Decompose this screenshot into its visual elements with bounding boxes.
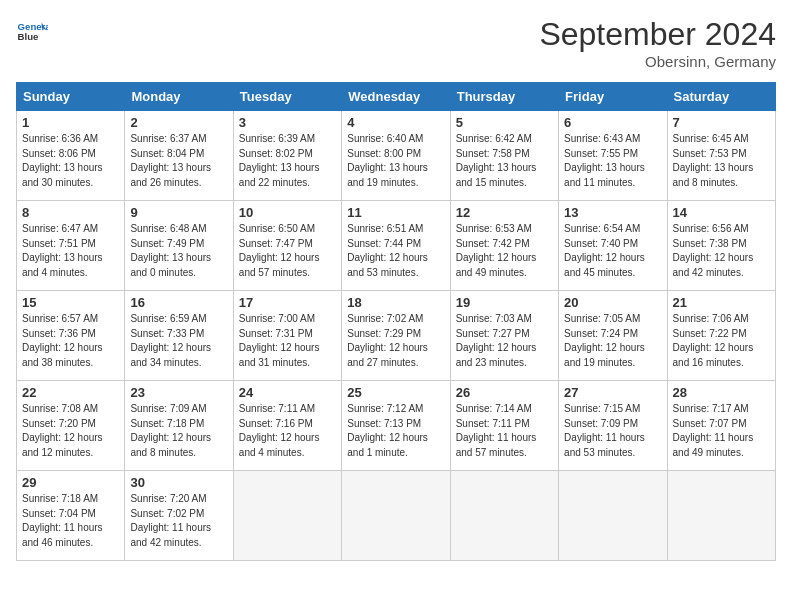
day-info: Sunrise: 6:37 AM Sunset: 8:04 PM Dayligh… xyxy=(130,132,227,190)
day-number: 21 xyxy=(673,295,770,310)
day-info: Sunrise: 6:56 AM Sunset: 7:38 PM Dayligh… xyxy=(673,222,770,280)
day-info: Sunrise: 6:54 AM Sunset: 7:40 PM Dayligh… xyxy=(564,222,661,280)
weekday-header-friday: Friday xyxy=(559,83,667,111)
calendar-day: 28Sunrise: 7:17 AM Sunset: 7:07 PM Dayli… xyxy=(667,381,775,471)
day-number: 30 xyxy=(130,475,227,490)
day-info: Sunrise: 6:57 AM Sunset: 7:36 PM Dayligh… xyxy=(22,312,119,370)
day-number: 4 xyxy=(347,115,444,130)
day-number: 2 xyxy=(130,115,227,130)
calendar-day: 10Sunrise: 6:50 AM Sunset: 7:47 PM Dayli… xyxy=(233,201,341,291)
day-number: 11 xyxy=(347,205,444,220)
day-number: 15 xyxy=(22,295,119,310)
calendar-day: 14Sunrise: 6:56 AM Sunset: 7:38 PM Dayli… xyxy=(667,201,775,291)
day-info: Sunrise: 7:02 AM Sunset: 7:29 PM Dayligh… xyxy=(347,312,444,370)
calendar-day: 12Sunrise: 6:53 AM Sunset: 7:42 PM Dayli… xyxy=(450,201,558,291)
day-info: Sunrise: 7:17 AM Sunset: 7:07 PM Dayligh… xyxy=(673,402,770,460)
day-info: Sunrise: 7:05 AM Sunset: 7:24 PM Dayligh… xyxy=(564,312,661,370)
day-number: 25 xyxy=(347,385,444,400)
day-number: 5 xyxy=(456,115,553,130)
day-info: Sunrise: 7:14 AM Sunset: 7:11 PM Dayligh… xyxy=(456,402,553,460)
day-number: 7 xyxy=(673,115,770,130)
day-number: 9 xyxy=(130,205,227,220)
calendar-day: 19Sunrise: 7:03 AM Sunset: 7:27 PM Dayli… xyxy=(450,291,558,381)
calendar-day: 3Sunrise: 6:39 AM Sunset: 8:02 PM Daylig… xyxy=(233,111,341,201)
day-info: Sunrise: 7:00 AM Sunset: 7:31 PM Dayligh… xyxy=(239,312,336,370)
day-number: 12 xyxy=(456,205,553,220)
day-info: Sunrise: 6:43 AM Sunset: 7:55 PM Dayligh… xyxy=(564,132,661,190)
day-info: Sunrise: 6:50 AM Sunset: 7:47 PM Dayligh… xyxy=(239,222,336,280)
calendar-day: 11Sunrise: 6:51 AM Sunset: 7:44 PM Dayli… xyxy=(342,201,450,291)
weekday-header-thursday: Thursday xyxy=(450,83,558,111)
day-number: 22 xyxy=(22,385,119,400)
calendar-day-empty xyxy=(342,471,450,561)
day-info: Sunrise: 6:59 AM Sunset: 7:33 PM Dayligh… xyxy=(130,312,227,370)
calendar-day-empty xyxy=(233,471,341,561)
day-info: Sunrise: 7:06 AM Sunset: 7:22 PM Dayligh… xyxy=(673,312,770,370)
day-info: Sunrise: 6:51 AM Sunset: 7:44 PM Dayligh… xyxy=(347,222,444,280)
day-number: 6 xyxy=(564,115,661,130)
day-number: 16 xyxy=(130,295,227,310)
calendar-day: 8Sunrise: 6:47 AM Sunset: 7:51 PM Daylig… xyxy=(17,201,125,291)
calendar-day: 2Sunrise: 6:37 AM Sunset: 8:04 PM Daylig… xyxy=(125,111,233,201)
day-info: Sunrise: 6:47 AM Sunset: 7:51 PM Dayligh… xyxy=(22,222,119,280)
calendar-day: 21Sunrise: 7:06 AM Sunset: 7:22 PM Dayli… xyxy=(667,291,775,381)
day-number: 10 xyxy=(239,205,336,220)
title-block: September 2024 Obersinn, Germany xyxy=(539,16,776,70)
logo: General Blue xyxy=(16,16,48,48)
weekday-header-monday: Monday xyxy=(125,83,233,111)
calendar-row: 29Sunrise: 7:18 AM Sunset: 7:04 PM Dayli… xyxy=(17,471,776,561)
calendar-day: 30Sunrise: 7:20 AM Sunset: 7:02 PM Dayli… xyxy=(125,471,233,561)
day-number: 17 xyxy=(239,295,336,310)
calendar-day: 22Sunrise: 7:08 AM Sunset: 7:20 PM Dayli… xyxy=(17,381,125,471)
weekday-header-row: SundayMondayTuesdayWednesdayThursdayFrid… xyxy=(17,83,776,111)
calendar-day-empty xyxy=(667,471,775,561)
calendar-row: 15Sunrise: 6:57 AM Sunset: 7:36 PM Dayli… xyxy=(17,291,776,381)
day-info: Sunrise: 6:53 AM Sunset: 7:42 PM Dayligh… xyxy=(456,222,553,280)
calendar-day: 25Sunrise: 7:12 AM Sunset: 7:13 PM Dayli… xyxy=(342,381,450,471)
day-info: Sunrise: 7:18 AM Sunset: 7:04 PM Dayligh… xyxy=(22,492,119,550)
calendar-day: 5Sunrise: 6:42 AM Sunset: 7:58 PM Daylig… xyxy=(450,111,558,201)
calendar-row: 8Sunrise: 6:47 AM Sunset: 7:51 PM Daylig… xyxy=(17,201,776,291)
day-info: Sunrise: 6:36 AM Sunset: 8:06 PM Dayligh… xyxy=(22,132,119,190)
day-info: Sunrise: 6:40 AM Sunset: 8:00 PM Dayligh… xyxy=(347,132,444,190)
logo-icon: General Blue xyxy=(16,16,48,48)
calendar-row: 1Sunrise: 6:36 AM Sunset: 8:06 PM Daylig… xyxy=(17,111,776,201)
weekday-header-sunday: Sunday xyxy=(17,83,125,111)
day-number: 8 xyxy=(22,205,119,220)
calendar-day: 9Sunrise: 6:48 AM Sunset: 7:49 PM Daylig… xyxy=(125,201,233,291)
calendar-day: 6Sunrise: 6:43 AM Sunset: 7:55 PM Daylig… xyxy=(559,111,667,201)
calendar-day: 24Sunrise: 7:11 AM Sunset: 7:16 PM Dayli… xyxy=(233,381,341,471)
day-info: Sunrise: 7:20 AM Sunset: 7:02 PM Dayligh… xyxy=(130,492,227,550)
day-info: Sunrise: 6:39 AM Sunset: 8:02 PM Dayligh… xyxy=(239,132,336,190)
day-number: 3 xyxy=(239,115,336,130)
calendar-day: 27Sunrise: 7:15 AM Sunset: 7:09 PM Dayli… xyxy=(559,381,667,471)
calendar-day-empty xyxy=(559,471,667,561)
calendar-day: 18Sunrise: 7:02 AM Sunset: 7:29 PM Dayli… xyxy=(342,291,450,381)
day-number: 20 xyxy=(564,295,661,310)
calendar-day: 29Sunrise: 7:18 AM Sunset: 7:04 PM Dayli… xyxy=(17,471,125,561)
weekday-header-saturday: Saturday xyxy=(667,83,775,111)
calendar-day-empty xyxy=(450,471,558,561)
calendar-table: SundayMondayTuesdayWednesdayThursdayFrid… xyxy=(16,82,776,561)
calendar-day: 20Sunrise: 7:05 AM Sunset: 7:24 PM Dayli… xyxy=(559,291,667,381)
day-number: 23 xyxy=(130,385,227,400)
day-number: 19 xyxy=(456,295,553,310)
calendar-day: 13Sunrise: 6:54 AM Sunset: 7:40 PM Dayli… xyxy=(559,201,667,291)
weekday-header-wednesday: Wednesday xyxy=(342,83,450,111)
day-number: 18 xyxy=(347,295,444,310)
day-number: 24 xyxy=(239,385,336,400)
weekday-header-tuesday: Tuesday xyxy=(233,83,341,111)
day-info: Sunrise: 7:15 AM Sunset: 7:09 PM Dayligh… xyxy=(564,402,661,460)
day-number: 14 xyxy=(673,205,770,220)
day-info: Sunrise: 7:08 AM Sunset: 7:20 PM Dayligh… xyxy=(22,402,119,460)
page-header: General Blue September 2024 Obersinn, Ge… xyxy=(16,16,776,70)
day-info: Sunrise: 6:45 AM Sunset: 7:53 PM Dayligh… xyxy=(673,132,770,190)
month-title: September 2024 xyxy=(539,16,776,53)
calendar-day: 23Sunrise: 7:09 AM Sunset: 7:18 PM Dayli… xyxy=(125,381,233,471)
calendar-day: 7Sunrise: 6:45 AM Sunset: 7:53 PM Daylig… xyxy=(667,111,775,201)
day-number: 28 xyxy=(673,385,770,400)
svg-text:Blue: Blue xyxy=(18,31,39,42)
day-info: Sunrise: 7:09 AM Sunset: 7:18 PM Dayligh… xyxy=(130,402,227,460)
calendar-row: 22Sunrise: 7:08 AM Sunset: 7:20 PM Dayli… xyxy=(17,381,776,471)
calendar-day: 15Sunrise: 6:57 AM Sunset: 7:36 PM Dayli… xyxy=(17,291,125,381)
